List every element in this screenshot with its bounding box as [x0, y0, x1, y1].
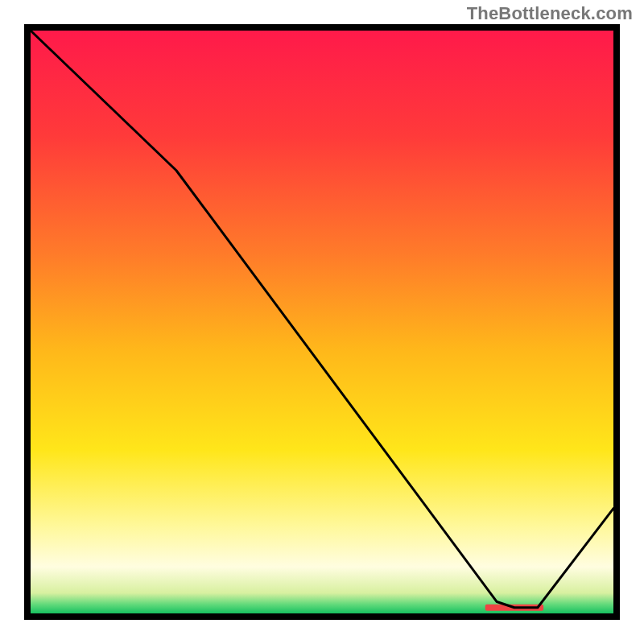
chart-svg [24, 24, 620, 620]
gradient-background [31, 31, 613, 613]
watermark-text: TheBottleneck.com [467, 3, 633, 24]
plot-area [24, 24, 620, 620]
chart-container: TheBottleneck.com [0, 0, 644, 644]
